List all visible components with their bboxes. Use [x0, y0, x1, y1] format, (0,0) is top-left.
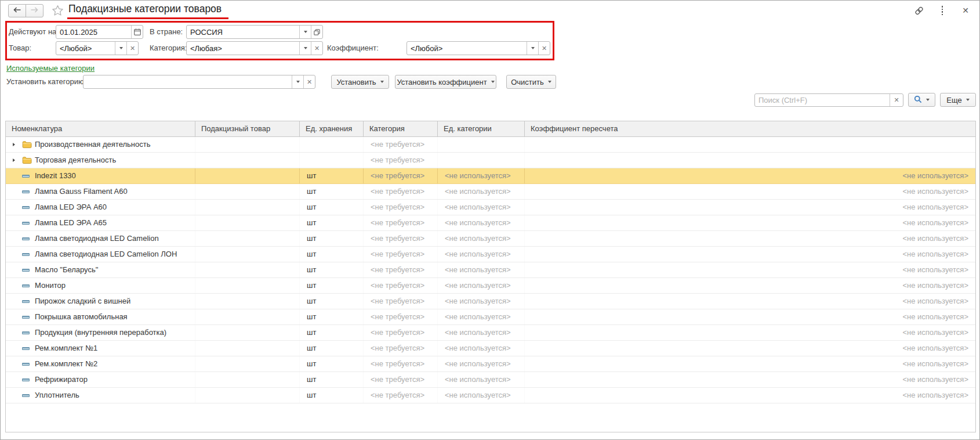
category-input[interactable] — [187, 42, 299, 55]
clear-button[interactable]: Очистить — [506, 75, 556, 89]
clear-x-icon[interactable]: ✕ — [538, 42, 550, 55]
cell-category: <не требуется> — [364, 215, 438, 230]
product-field-group: ✕ — [56, 41, 139, 55]
used-categories-link[interactable]: Используемые категории — [6, 64, 95, 73]
clear-x-icon[interactable]: ✕ — [311, 42, 322, 55]
table-row[interactable]: Лампа светодиодная LED Camelion ЛОНшт<не… — [6, 247, 975, 262]
cell-category-unit — [438, 153, 525, 168]
cell-category: <не требуется> — [364, 372, 438, 387]
dropdown-arrow-icon[interactable] — [115, 42, 126, 55]
favorites-star-icon[interactable] — [52, 5, 64, 18]
back-button[interactable] — [8, 4, 26, 17]
dropdown-arrow-icon[interactable] — [299, 42, 311, 55]
expand-triangle-icon[interactable] — [13, 158, 15, 162]
column-header[interactable]: Номенклатура — [6, 121, 195, 136]
item-dash-icon — [22, 175, 30, 178]
cell-excise — [195, 388, 300, 403]
cell-coefficient: <не используется> — [525, 325, 975, 340]
item-icon-zone — [22, 253, 35, 256]
item-icon-zone — [22, 222, 35, 225]
country-input[interactable] — [187, 26, 299, 38]
dropdown-arrow-icon[interactable] — [292, 75, 303, 88]
close-icon[interactable]: ✕ — [961, 6, 970, 15]
folder-icon — [22, 140, 35, 149]
item-icon-zone — [22, 316, 35, 319]
cell-category: <не требуется> — [364, 247, 438, 262]
cell-unit: шт — [300, 262, 364, 277]
table-row[interactable]: Рем.комплект №2шт<не требуется><не испол… — [6, 356, 975, 372]
set-category-field-group: ✕ — [83, 75, 315, 89]
coefficient-input[interactable] — [407, 42, 527, 55]
triangle-glyph — [304, 47, 307, 49]
clear-x-icon[interactable]: ✕ — [890, 94, 903, 106]
row-name: Пирожок сладкий с вишней — [35, 294, 130, 309]
table-row[interactable]: Рефрижираторшт<не требуется><не использу… — [6, 372, 975, 388]
table-row[interactable]: Лампа LED ЭРА А65шт<не требуется><не исп… — [6, 215, 975, 231]
cell-excise — [195, 341, 300, 356]
dropdown-arrow-icon[interactable] — [527, 42, 538, 55]
cell-coefficient: <не используется> — [525, 231, 975, 246]
dropdown-arrow-icon[interactable] — [299, 26, 311, 38]
row-name: Лампа LED ЭРА А60 — [35, 200, 107, 215]
dropdown-arrow-icon — [491, 81, 495, 83]
more-menu-dots-icon[interactable] — [938, 6, 947, 15]
table-row-group[interactable]: Производственная деятельность<не требует… — [6, 137, 975, 153]
open-picker-icon[interactable] — [311, 26, 322, 38]
table-row-group[interactable]: Торговая деятельность<не требуется> — [6, 153, 975, 168]
column-header[interactable]: Ед. хранения — [300, 121, 364, 136]
table-row[interactable]: Мониторшт<не требуется><не используется>… — [6, 278, 975, 294]
table-row[interactable]: Продукция (внутренняя переработка)шт<не … — [6, 325, 975, 341]
item-dash-icon — [22, 206, 30, 209]
set-button[interactable]: Установить — [331, 75, 389, 89]
set-category-input[interactable] — [84, 75, 292, 88]
clear-x-icon[interactable]: ✕ — [303, 75, 315, 88]
table-row[interactable]: Рем.комплект №1шт<не требуется><не испол… — [6, 341, 975, 356]
row-name: Монитор — [35, 278, 66, 293]
forward-button[interactable] — [26, 4, 43, 17]
cell-excise — [195, 262, 300, 277]
row-name: Торговая деятельность — [35, 153, 116, 168]
column-header[interactable]: Категория — [364, 121, 438, 136]
folder-icon — [22, 156, 35, 164]
cell-coefficient: <не используется> — [525, 215, 975, 230]
table-row[interactable]: Покрышка автомобильнаяшт<не требуется><н… — [6, 309, 975, 325]
triangle-glyph — [304, 31, 307, 33]
column-header[interactable]: Подакцизный товар — [195, 121, 300, 136]
table-row[interactable]: Уплотнительшт<не требуется><не используе… — [6, 388, 975, 403]
set-coefficient-button-label: Установить коэффициент — [397, 78, 487, 86]
product-input[interactable] — [56, 42, 115, 55]
cell-category-unit: <не используется> — [438, 341, 525, 356]
more-button[interactable]: Еще — [940, 93, 976, 107]
calendar-icon[interactable] — [131, 26, 143, 38]
item-dash-icon — [22, 331, 30, 334]
search-button[interactable] — [908, 93, 935, 107]
cell-category-unit: <не используется> — [438, 356, 525, 372]
date-input[interactable] — [56, 26, 131, 38]
row-name: Покрышка автомобильная — [35, 309, 128, 324]
product-label: Товар: — [9, 41, 31, 55]
cell-excise — [195, 184, 300, 199]
column-header[interactable]: Ед. категории — [438, 121, 525, 136]
table-row[interactable]: Масло "Беларусь"шт<не требуется><не испо… — [6, 262, 975, 278]
table-row[interactable]: Indezit 1330шт<не требуется><не использу… — [6, 168, 975, 184]
column-header[interactable]: Коэффициент пересчета — [525, 121, 975, 136]
cell-unit: шт — [300, 341, 364, 356]
cell-coefficient — [525, 153, 975, 168]
x-glyph: ✕ — [542, 45, 547, 52]
filters-panel-annotation: Действуют на: В стране: Товар: ✕ Категор… — [5, 21, 554, 60]
clear-x-icon[interactable]: ✕ — [126, 42, 138, 55]
search-input[interactable] — [755, 94, 890, 106]
table-row[interactable]: Лампа светодиодная LED Camelionшт<не тре… — [6, 231, 975, 247]
table-row[interactable]: Лампа LED ЭРА А60шт<не требуется><не исп… — [6, 200, 975, 215]
row-name: Лампа светодиодная LED Camelion ЛОН — [35, 247, 177, 262]
item-icon-zone — [22, 363, 35, 366]
history-nav-group — [8, 4, 43, 17]
expand-triangle-icon[interactable] — [13, 143, 15, 146]
row-name: Масло "Беларусь" — [35, 262, 98, 277]
table-row[interactable]: Пирожок сладкий с вишнейшт<не требуется>… — [6, 294, 975, 309]
set-coefficient-button[interactable]: Установить коэффициент — [395, 75, 496, 89]
item-dash-icon — [22, 190, 30, 193]
cell-unit: шт — [300, 388, 364, 403]
link-icon[interactable] — [914, 6, 924, 15]
table-row[interactable]: Лампа Gauss Filament A60шт<не требуется>… — [6, 184, 975, 200]
